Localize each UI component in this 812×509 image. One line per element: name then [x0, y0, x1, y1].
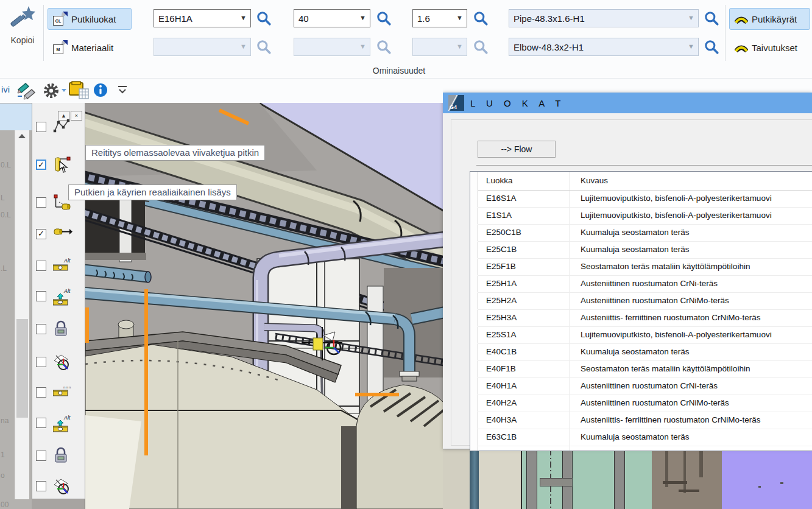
table-row[interactable]: E25F1BSeostamaton teräs mataliin käyttöl… — [478, 258, 812, 276]
search-icon[interactable] — [256, 39, 272, 55]
toolbox-checkbox[interactable] — [36, 357, 46, 367]
kuvaus-cell[interactable]: Seostamaton teräs mataliin käyttölämpöti… — [581, 262, 750, 271]
table-row[interactable]: E63C2BKuumaluja Mo-seosteinen teräs — [478, 446, 812, 451]
scrollbar-thumb[interactable] — [16, 319, 28, 418]
kuvaus-cell[interactable]: Lujitemuoviputkisto, bisfenoli-A-polyest… — [581, 211, 772, 220]
table-row[interactable]: E25H3AAusteniittis- ferriittinen ruostum… — [478, 309, 812, 327]
scroll-up-icon[interactable] — [18, 134, 26, 138]
kuvaus-cell[interactable]: Lujitemuoviputkisto, bisfenoli-A-polyest… — [581, 330, 772, 339]
alt-pipe-up-icon[interactable]: Alt — [53, 414, 72, 436]
search-pipe-part-icon[interactable] — [704, 10, 719, 26]
axes-icon[interactable] — [53, 353, 71, 374]
info-icon[interactable] — [93, 82, 108, 98]
table-row[interactable]: E16S1ALujitemuoviputkisto, bisfenoli-A-p… — [478, 190, 812, 208]
toolbox-checkbox[interactable] — [36, 481, 46, 491]
kuvaus-cell[interactable]: Austeniittis- ferriittinen ruostumaton C… — [581, 415, 761, 424]
toolbox-checkbox[interactable] — [36, 451, 46, 461]
toolbox-checkbox[interactable] — [36, 122, 46, 132]
wall-thickness-combo[interactable]: 1.6▼ — [412, 9, 467, 27]
table-row[interactable]: E1S1ALujitemuoviputkisto, bisfenoli-A-po… — [478, 207, 812, 225]
table-row[interactable]: E40C1BKuumaluja seostamaton teräs — [478, 343, 812, 361]
copy-tool[interactable]: Kopioi — [4, 5, 41, 45]
kuvaus-cell[interactable]: Kuumaluja seostamaton teräs — [581, 347, 690, 356]
kuvaus-cell[interactable]: Kuumaluja seostamaton teräs — [581, 245, 690, 254]
luokka-cell[interactable]: E40F1B — [486, 364, 516, 373]
search-elbow-part-icon[interactable] — [704, 39, 719, 55]
pipe-class-combo[interactable]: E16H1A▼ — [154, 9, 251, 27]
kuvaus-cell[interactable]: Austeniittis- ferriittinen ruostumaton C… — [581, 313, 761, 322]
flow-button[interactable]: --> Flow — [478, 141, 556, 158]
materials-button[interactable]: M Materiaalit — [48, 37, 132, 58]
size-combo[interactable]: 40▼ — [294, 9, 370, 27]
toolbox-checkbox[interactable]: ✓ — [36, 229, 46, 239]
table-row[interactable]: E25H1AAusteniittinen ruostumaton CrNi-te… — [478, 275, 812, 293]
search-icon[interactable] — [376, 39, 392, 55]
table-row[interactable]: E40H3AAusteniittis- ferriittinen ruostum… — [478, 412, 812, 429]
copy-table-icon[interactable] — [68, 80, 90, 101]
toolbox-checkbox[interactable] — [36, 291, 46, 301]
settings-gear-icon[interactable] — [43, 82, 67, 100]
pipe-part-combo[interactable]: Pipe-48.3x1.6-H1▼ — [509, 9, 699, 27]
luokka-cell[interactable]: E16S1A — [486, 194, 517, 203]
dialog-titlebar[interactable]: G4 L U O K A T — [443, 93, 812, 113]
search-icon[interactable] — [473, 39, 489, 55]
alt-pipe-up-icon[interactable]: Alt — [53, 287, 72, 309]
pipe-bends-button[interactable]: Putkikäyrät — [729, 8, 810, 30]
luokka-cell[interactable]: E1S1A — [486, 211, 512, 220]
edit-attributes-icon[interactable] — [16, 81, 39, 100]
pipe-classes-button[interactable]: CL Putkiluokat — [48, 8, 132, 30]
luokka-cell[interactable]: E63C1B — [486, 432, 517, 441]
pipe-small-label-icon[interactable]: nnn — [53, 384, 72, 402]
table-header[interactable]: Luokka Kuvaus — [478, 172, 812, 191]
pipe-realtime-icon[interactable] — [53, 156, 71, 177]
kuvaus-cell[interactable]: Austeniittinen ruostumaton CrNiMo-teräs — [581, 296, 729, 305]
kuvaus-cell[interactable]: Austeniittinen ruostumaton CrNiMo-teräs — [581, 398, 729, 407]
lock-icon[interactable] — [53, 320, 69, 340]
table-row[interactable]: E63C1BKuumaluja seostamaton teräs — [478, 429, 812, 446]
bendings-button[interactable]: Taivutukset — [729, 37, 810, 58]
toolbox-checkbox[interactable] — [36, 197, 46, 208]
luokka-cell[interactable]: E25H2A — [486, 296, 517, 305]
table-row[interactable]: E25H2AAusteniittinen ruostumaton CrNiMo-… — [478, 292, 812, 310]
toolbox-checkbox[interactable] — [36, 387, 46, 398]
polyline-route-icon[interactable] — [53, 118, 71, 136]
kuvaus-cell[interactable]: Kuumaluja seostamaton teräs — [581, 432, 690, 441]
search-size-icon[interactable] — [376, 10, 392, 26]
search-thickness-icon[interactable] — [473, 10, 489, 26]
collapse-ribbon-icon[interactable] — [116, 85, 129, 96]
luokka-cell[interactable]: E25H3A — [486, 313, 517, 322]
table-row[interactable]: E40H2AAusteniittinen ruostumaton CrNiMo-… — [478, 395, 812, 412]
luokka-cell[interactable]: E25H1A — [486, 279, 517, 288]
size-combo-2[interactable]: ▼ — [294, 38, 370, 56]
kuvaus-cell[interactable]: Lujitemuoviputkisto, bisfenoli-A-polyest… — [581, 194, 772, 203]
table-row[interactable]: E25C1BKuumaluja seostamaton teräs — [478, 241, 812, 259]
lock-icon[interactable] — [53, 447, 69, 466]
luokka-cell[interactable]: E25C1B — [486, 245, 517, 254]
toolbox-checkbox[interactable] — [36, 261, 46, 271]
pipe-class-table[interactable]: Luokka Kuvaus E16S1ALujitemuoviputkisto,… — [470, 171, 812, 451]
column-header-kuvaus[interactable]: Kuvaus — [581, 176, 608, 185]
luokka-cell[interactable]: E25S1A — [486, 330, 517, 339]
toolbox-checkbox[interactable] — [36, 418, 46, 428]
toolbox-checkbox[interactable]: ✓ — [36, 160, 46, 170]
kuvaus-cell[interactable]: Kuumaluja Mo-seosteinen teräs — [581, 449, 696, 451]
alt-pipe-icon[interactable]: Alt — [53, 257, 72, 276]
pipe-direction-icon[interactable] — [53, 225, 72, 241]
wall-thickness-combo-2[interactable]: ▼ — [412, 38, 467, 56]
kuvaus-cell[interactable]: Austeniittinen ruostumaton CrNi-teräs — [581, 279, 718, 288]
elbow-part-combo[interactable]: Elbow-48.3x2-H1▼ — [509, 38, 699, 56]
search-pipe-class-icon[interactable] — [256, 10, 272, 26]
table-row[interactable]: E250C1BKuumaluja seostamaton teräs — [478, 224, 812, 242]
luokka-cell[interactable]: E40H3A — [486, 415, 517, 424]
toolbox-checkbox[interactable] — [36, 324, 46, 334]
luokka-cell[interactable]: E40H2A — [486, 398, 517, 407]
luokka-cell[interactable]: E25F1B — [486, 262, 516, 271]
vertical-scrollbar[interactable] — [15, 130, 29, 499]
table-row[interactable]: E40H1AAusteniittinen ruostumaton CrNi-te… — [478, 377, 812, 395]
kuvaus-cell[interactable]: Austeniittinen ruostumaton CrNi-teräs — [581, 381, 718, 390]
pipe-class-combo-2[interactable]: ▼ — [154, 38, 251, 56]
table-row[interactable]: E40F1BSeostamaton teräs mataliin käyttöl… — [478, 360, 812, 378]
luokka-cell[interactable]: E40C1B — [486, 347, 517, 356]
luokka-cell[interactable]: E40H1A — [486, 381, 517, 390]
luokka-cell[interactable]: E63C2B — [486, 449, 517, 451]
